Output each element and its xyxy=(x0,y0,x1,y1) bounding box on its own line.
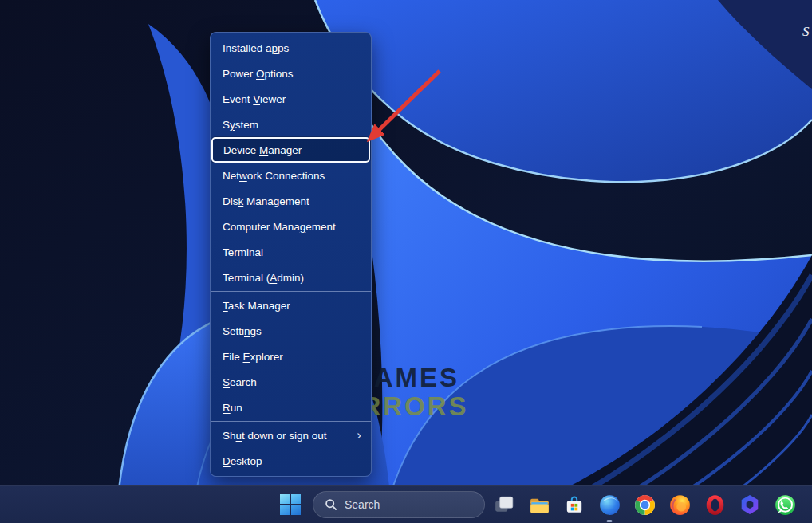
menu-item-label: Task Manager xyxy=(223,300,290,312)
menu-separator xyxy=(211,291,371,292)
menu-item-event-viewer[interactable]: Event Viewer xyxy=(211,86,371,112)
firefox-button[interactable] xyxy=(662,486,697,523)
edge-running-indicator xyxy=(607,520,613,522)
search-icon xyxy=(325,498,337,511)
file-explorer-icon xyxy=(529,494,550,516)
menu-item-label: Settings xyxy=(223,325,262,337)
whatsapp-button[interactable] xyxy=(767,486,802,523)
start-logo-quadrant xyxy=(280,494,290,504)
search-label: Search xyxy=(345,498,380,511)
chrome-icon xyxy=(634,494,656,516)
menu-item-label: Computer Management xyxy=(223,221,336,233)
menu-item-task-manager[interactable]: Task Manager xyxy=(211,293,371,318)
menu-item-label: Disk Management xyxy=(223,195,309,207)
menu-item-label: Network Connections xyxy=(223,170,325,182)
start-logo-quadrant xyxy=(291,505,301,515)
opera-icon xyxy=(704,494,726,516)
desktop-wallpaper xyxy=(0,0,812,523)
menu-item-label: Desktop xyxy=(223,455,262,467)
menu-item-label: Installed apps xyxy=(223,42,289,54)
menu-item-terminal[interactable]: Terminal xyxy=(211,239,371,265)
menu-item-computer-management[interactable]: Computer Management xyxy=(211,214,371,239)
menu-item-label: Shut down or sign out xyxy=(223,430,327,442)
menu-item-disk-management[interactable]: Disk Management xyxy=(211,188,371,214)
menu-item-search[interactable]: Search xyxy=(211,369,371,395)
desktop-corner-text: S xyxy=(802,24,810,40)
menu-item-device-manager[interactable]: Device Manager xyxy=(211,137,370,163)
menu-item-run[interactable]: Run xyxy=(211,395,371,420)
start-logo-quadrant xyxy=(291,494,301,504)
taskbar-icons xyxy=(487,486,802,523)
taskbar: Search xyxy=(0,485,812,523)
microsoft-365-icon xyxy=(739,494,760,515)
menu-item-label: Device Manager xyxy=(223,144,302,156)
start-button[interactable] xyxy=(280,494,301,515)
menu-item-file-explorer[interactable]: File Explorer xyxy=(211,344,371,369)
firefox-icon xyxy=(669,494,691,516)
menu-item-terminal-admin[interactable]: Terminal (Admin) xyxy=(211,265,371,290)
menu-separator xyxy=(211,421,371,422)
menu-item-label: Search xyxy=(223,376,257,388)
edge-icon xyxy=(599,494,621,516)
edge-button[interactable] xyxy=(592,486,627,523)
menu-item-power-options[interactable]: Power Options xyxy=(211,61,371,86)
file-explorer-button[interactable] xyxy=(522,486,557,523)
start-logo-quadrant xyxy=(280,505,290,515)
menu-item-label: Event Viewer xyxy=(223,93,286,105)
menu-item-label: System xyxy=(223,119,258,131)
menu-item-network-connections[interactable]: Network Connections xyxy=(211,163,371,188)
taskbar-search[interactable]: Search xyxy=(313,491,485,518)
menu-item-label: Terminal xyxy=(223,246,263,258)
microsoft-store-button[interactable] xyxy=(557,486,592,523)
menu-item-label: Terminal (Admin) xyxy=(223,272,304,284)
submenu-chevron-icon: › xyxy=(357,428,361,442)
task-view-icon xyxy=(494,494,514,515)
menu-item-system[interactable]: System xyxy=(211,112,371,137)
whatsapp-icon xyxy=(775,494,796,516)
menu-item-label: File Explorer xyxy=(223,351,283,363)
chrome-button[interactable] xyxy=(627,486,662,523)
menu-item-label: Power Options xyxy=(223,68,294,80)
microsoft-store-icon xyxy=(564,494,585,515)
task-view-button[interactable] xyxy=(487,486,522,523)
microsoft-365-button[interactable] xyxy=(732,486,767,523)
menu-item-installed-apps[interactable]: Installed apps xyxy=(211,35,371,61)
menu-item-label: Run xyxy=(223,402,242,414)
opera-button[interactable] xyxy=(697,486,732,523)
menu-item-shut-down-or-sign-out[interactable]: Shut down or sign out› xyxy=(211,423,371,448)
winx-context-menu: Installed appsPower OptionsEvent ViewerS… xyxy=(210,32,372,477)
menu-item-settings[interactable]: Settings xyxy=(211,318,371,344)
menu-item-desktop[interactable]: Desktop xyxy=(211,448,371,474)
